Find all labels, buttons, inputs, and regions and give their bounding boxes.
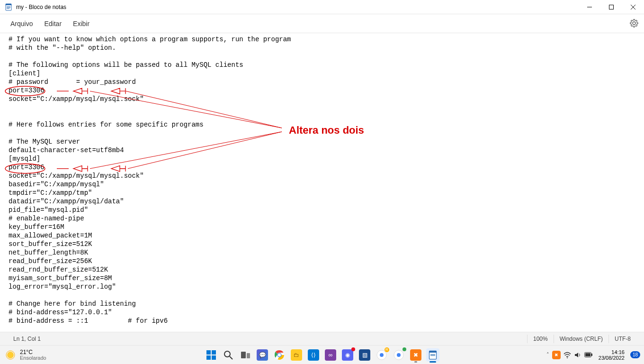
wifi-icon[interactable] xyxy=(564,351,571,359)
gear-icon xyxy=(630,19,638,27)
notification-dot xyxy=(351,347,355,351)
notepad-icon xyxy=(5,3,12,11)
clock-date: 23/08/2022 xyxy=(599,355,625,361)
svg-line-16 xyxy=(230,356,233,359)
tray-xampp-icon[interactable]: ✖ xyxy=(552,351,561,359)
taskbar-notepad[interactable] xyxy=(426,348,439,362)
taskbar-chrome-canary[interactable]: R xyxy=(375,348,388,362)
menu-edit[interactable]: Editar xyxy=(38,17,67,30)
taskbar-vscode[interactable]: ⟨⟩ xyxy=(307,348,320,362)
windows-icon xyxy=(206,350,216,360)
window-controls xyxy=(579,0,644,14)
svg-point-15 xyxy=(224,351,230,357)
close-button[interactable] xyxy=(622,0,644,14)
svg-rect-18 xyxy=(247,353,250,358)
svg-rect-14 xyxy=(212,355,216,360)
svg-rect-27 xyxy=(429,351,437,353)
search-icon xyxy=(223,350,233,360)
taskbar-app-blue[interactable]: ▧ xyxy=(358,348,371,362)
xampp-icon: ✖ xyxy=(410,349,421,361)
svg-point-30 xyxy=(567,357,568,358)
weather-temp: 21°C xyxy=(20,349,46,355)
menu-file[interactable]: Arquivo xyxy=(5,17,38,30)
search-button[interactable] xyxy=(222,348,235,362)
folder-icon: 🗀 xyxy=(291,349,302,361)
taskbar-chrome[interactable] xyxy=(273,348,286,362)
status-zoom[interactable]: 100% xyxy=(528,336,554,342)
chrome-profile-icon xyxy=(393,349,404,361)
svg-point-21 xyxy=(278,353,281,356)
vscode-icon: ⟨⟩ xyxy=(308,349,319,361)
notifications-badge[interactable]: 18 xyxy=(630,351,640,358)
svg-point-23 xyxy=(380,353,384,357)
start-button[interactable] xyxy=(205,348,218,362)
weather-widget[interactable]: 21°C Ensolarado xyxy=(5,349,46,361)
svg-rect-13 xyxy=(206,355,211,360)
taskbar-center: 💬 🗀 ⟨⟩ ∞ ◉ ▧ R ✖ xyxy=(205,348,439,362)
notepad-taskbar-icon xyxy=(428,350,438,360)
svg-point-25 xyxy=(397,353,401,357)
active-indicator-notepad xyxy=(429,361,436,363)
svg-point-9 xyxy=(7,352,14,358)
close-icon xyxy=(631,5,635,9)
svg-rect-17 xyxy=(241,352,246,358)
taskbar-discord[interactable]: ◉ xyxy=(341,348,354,362)
visualstudio-icon: ∞ xyxy=(325,349,336,361)
system-tray: ˄ ✖ 14:16 23/08/2022 18 xyxy=(546,349,640,361)
minimize-icon xyxy=(587,5,592,9)
chrome-icon xyxy=(274,349,285,361)
svg-rect-6 xyxy=(609,5,614,9)
taskbar-explorer[interactable]: 🗀 xyxy=(290,348,303,362)
svg-rect-1 xyxy=(6,4,11,5)
taskbar-visualstudio[interactable]: ∞ xyxy=(324,348,337,362)
editor-area: # If you want to know which options a pr… xyxy=(0,33,644,332)
discord-icon: ◉ xyxy=(342,349,353,361)
status-position: Ln 1, Col 1 xyxy=(8,336,46,342)
statusbar: Ln 1, Col 1 100% Windows (CRLF) UTF-8 xyxy=(0,332,644,345)
menu-view[interactable]: Exibir xyxy=(67,17,95,30)
text-editor[interactable]: # If you want to know which options a pr… xyxy=(0,33,644,332)
status-line-ending: Windows (CRLF) xyxy=(554,336,608,342)
minimize-button[interactable] xyxy=(579,0,600,14)
titlebar: my - Bloco de notas xyxy=(0,0,644,14)
maximize-icon xyxy=(609,5,614,9)
settings-button[interactable] xyxy=(630,19,638,29)
menubar: Arquivo Editar Exibir xyxy=(0,14,644,33)
taskbar: 21°C Ensolarado 💬 🗀 ⟨⟩ ∞ ◉ ▧ R xyxy=(0,345,644,364)
taskbar-chat[interactable]: 💬 xyxy=(256,348,269,362)
task-view-icon xyxy=(240,350,250,360)
sun-icon xyxy=(5,349,16,361)
svg-rect-32 xyxy=(591,354,592,356)
svg-rect-33 xyxy=(585,353,590,356)
window-title: my - Bloco de notas xyxy=(16,4,579,10)
clock[interactable]: 14:16 23/08/2022 xyxy=(599,349,625,361)
app-icon-blue: ▧ xyxy=(359,349,370,361)
notepad-window: my - Bloco de notas Arquivo Editar Exibi… xyxy=(0,0,644,364)
badge-dot-green xyxy=(402,347,406,351)
taskbar-xampp[interactable]: ✖ xyxy=(409,348,422,362)
battery-icon[interactable] xyxy=(584,352,593,358)
volume-icon[interactable] xyxy=(574,351,581,359)
svg-rect-11 xyxy=(206,350,211,355)
task-view-button[interactable] xyxy=(239,348,252,362)
maximize-button[interactable] xyxy=(600,0,622,14)
badge-r: R xyxy=(385,347,389,352)
tray-chevron[interactable]: ˄ xyxy=(546,352,549,358)
status-encoding: UTF-8 xyxy=(609,336,636,342)
weather-condition: Ensolarado xyxy=(20,355,46,361)
active-indicator-xampp xyxy=(414,361,417,363)
taskbar-chrome-profile[interactable] xyxy=(392,348,405,362)
clock-time: 14:16 xyxy=(611,349,625,355)
svg-rect-12 xyxy=(212,350,216,355)
chat-icon: 💬 xyxy=(257,349,268,361)
